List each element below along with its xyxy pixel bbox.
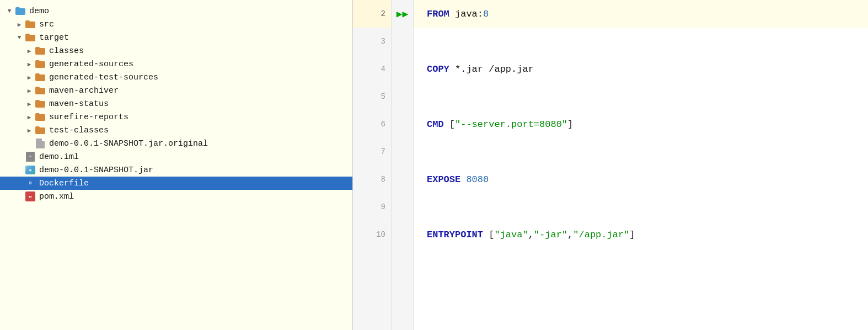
- sidebar-item-classes[interactable]: ▶classes: [0, 44, 352, 57]
- sidebar-item-label: maven-status: [49, 99, 109, 109]
- code-line: ENTRYPOINT ["java","-jar","/app.jar"]: [414, 221, 868, 248]
- gutter-cell: [392, 55, 414, 83]
- chevron-icon: ▶: [24, 61, 34, 68]
- folder-icon: [34, 72, 46, 82]
- chevron-icon: ▶: [24, 47, 34, 55]
- sidebar-item-pom-xml[interactable]: mpom.xml: [0, 190, 352, 203]
- sidebar-item-maven-archiver[interactable]: ▶maven-archiver: [0, 84, 352, 97]
- code-token: "--server.port=8080": [455, 119, 567, 130]
- code-token: "java": [494, 230, 528, 240]
- code-token: [460, 174, 466, 185]
- code-token: CMD: [427, 119, 444, 130]
- code-token: [: [483, 230, 494, 240]
- code-line: EXPOSE 8080: [414, 166, 868, 193]
- code-token: EXPOSE: [427, 174, 460, 185]
- code-token: [: [444, 119, 455, 130]
- folder-icon: [34, 46, 46, 56]
- sidebar-item-label: maven-archiver: [49, 86, 119, 95]
- folder-icon: [24, 19, 36, 29]
- code-line: FROM java:8: [414, 0, 868, 28]
- code-token: 8: [483, 9, 489, 19]
- chevron-icon: ▼: [4, 8, 14, 14]
- gutter-cell: [392, 138, 414, 166]
- sidebar-item-label: Dockerfile: [39, 179, 89, 188]
- code-line: CMD ["--server.port=8080"]: [414, 110, 868, 138]
- code-editor: 2345678910 ▶▶ FROM java:8COPY *.jar /app…: [353, 0, 868, 330]
- line-number: 4: [353, 55, 391, 83]
- folder-icon: [34, 59, 46, 69]
- code-area[interactable]: FROM java:8COPY *.jar /app.jarCMD ["--se…: [414, 0, 868, 330]
- sidebar-item-src[interactable]: ▶src: [0, 18, 352, 31]
- sidebar-item-label: surefire-reports: [49, 113, 128, 122]
- code-line: [414, 83, 868, 110]
- sidebar-item-test-classes[interactable]: ▶test-classes: [0, 124, 352, 137]
- folder-icon: [34, 125, 46, 135]
- sidebar-item-label: demo-0.0.1-SNAPSHOT.jar: [39, 166, 153, 175]
- folder-icon: [34, 99, 46, 109]
- code-token: *.jar /app.jar: [449, 64, 534, 74]
- run-arrow-icon[interactable]: ▶▶: [397, 8, 409, 20]
- sidebar-item-label: src: [39, 20, 54, 29]
- sidebar-item-dockerfile[interactable]: DDockerfile: [0, 177, 352, 190]
- code-line: COPY *.jar /app.jar: [414, 55, 868, 83]
- code-token: ]: [567, 119, 573, 130]
- chevron-icon: ▶: [24, 114, 34, 121]
- line-number: 6: [353, 110, 391, 138]
- sidebar-item-target[interactable]: ▼target: [0, 31, 352, 44]
- chevron-icon: ▶: [24, 74, 34, 81]
- sidebar-item-demo-root[interactable]: ▼demo: [0, 4, 352, 18]
- code-token: FROM: [427, 9, 449, 19]
- gutter-cell: [392, 110, 414, 138]
- line-number: 7: [353, 138, 391, 166]
- chevron-icon: ▶: [14, 21, 24, 28]
- folder-icon: [24, 33, 36, 42]
- sidebar-item-surefire-reports[interactable]: ▶surefire-reports: [0, 110, 352, 124]
- gutter-cell: [392, 166, 414, 193]
- file-icon: [34, 139, 46, 148]
- line-numbers: 2345678910: [353, 0, 392, 330]
- sidebar-item-jar-original[interactable]: demo-0.0.1-SNAPSHOT.jar.original: [0, 137, 352, 150]
- line-number: 9: [353, 193, 391, 221]
- chevron-icon: ▶: [24, 100, 34, 108]
- sidebar-item-generated-test-sources[interactable]: ▶generated-test-sources: [0, 71, 352, 84]
- code-token: java:: [449, 9, 483, 19]
- chevron-icon: ▶: [24, 127, 34, 134]
- gutter-cell: [392, 221, 414, 248]
- jar-icon: ▦: [24, 165, 36, 175]
- folder-icon: [34, 86, 46, 95]
- sidebar-item-maven-status[interactable]: ▶maven-status: [0, 97, 352, 110]
- root-folder-icon: [14, 6, 26, 16]
- code-token: 8080: [466, 174, 489, 185]
- chevron-icon: ▶: [24, 87, 34, 94]
- sidebar-item-label: generated-sources: [49, 60, 133, 69]
- iml-icon: ≡: [24, 152, 36, 162]
- gutter-cell: [392, 193, 414, 221]
- gutter-cell: [392, 83, 414, 110]
- code-token: ]: [629, 230, 635, 240]
- code-token: ,: [528, 230, 534, 240]
- chevron-icon: ▼: [14, 34, 24, 41]
- line-number: 5: [353, 83, 391, 110]
- sidebar-item-generated-sources[interactable]: ▶generated-sources: [0, 57, 352, 71]
- sidebar-item-label: target: [39, 33, 69, 42]
- sidebar-item-label: classes: [49, 46, 84, 56]
- code-line: [414, 28, 868, 55]
- sidebar-item-demo-jar[interactable]: ▦demo-0.0.1-SNAPSHOT.jar: [0, 163, 352, 177]
- code-token: COPY: [427, 64, 449, 74]
- code-token: "-jar": [534, 230, 567, 240]
- sidebar-item-label: pom.xml: [39, 192, 74, 201]
- code-token: ENTRYPOINT: [427, 230, 483, 240]
- gutter-cell[interactable]: ▶▶: [392, 0, 414, 28]
- file-tree[interactable]: ▼demo▶src▼target▶classes▶generated-sourc…: [0, 0, 353, 330]
- code-token: "/app.jar": [573, 230, 629, 240]
- sidebar-item-label: generated-test-sources: [49, 73, 158, 82]
- code-line: [414, 193, 868, 221]
- code-line: [414, 138, 868, 166]
- gutter: ▶▶: [392, 0, 414, 330]
- sidebar-item-label: test-classes: [49, 126, 109, 135]
- sidebar-item-demo-iml[interactable]: ≡demo.iml: [0, 150, 352, 163]
- dockerfile-icon: D: [24, 178, 36, 188]
- line-number: 3: [353, 28, 391, 55]
- line-number: 8: [353, 166, 391, 193]
- line-number: 10: [353, 221, 391, 248]
